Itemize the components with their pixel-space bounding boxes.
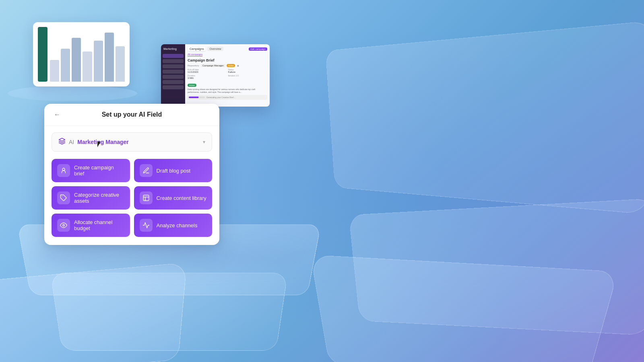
panel-title: Set up your AI Field: [102, 111, 162, 118]
sidebar-item: [163, 85, 184, 89]
categorize-assets-label: Categorize creative assets: [74, 192, 124, 204]
status-pill-yellow: Active: [227, 64, 235, 67]
analyze-channels-label: Analyze channels: [157, 222, 198, 228]
chart-bar: [72, 38, 81, 82]
date-status-row: Kick-off date 11/1/2023 Status Failure D…: [188, 68, 267, 79]
create-campaign-brief-label: Create campaign brief: [74, 165, 124, 177]
role-selector-left: AI Marketing Manager: [58, 138, 129, 146]
role-name: Marketing Manager: [77, 139, 129, 145]
svg-point-0: [62, 168, 65, 171]
chart-platform-shadow: [0, 86, 145, 101]
progress-bar: [189, 97, 205, 98]
ai-field-panel: ← Set up your AI Field AI Marketing Mana…: [44, 104, 219, 245]
allocate-budget-button[interactable]: Allocate channel budget: [52, 214, 130, 237]
sidebar-item: [163, 59, 184, 63]
content-title: Campaign Brief: [188, 58, 267, 62]
actions-grid: Create campaign brief Draft blog post: [52, 159, 212, 237]
marketing-screenshot: Marketing Campaigns Overview Add campaig…: [161, 44, 270, 107]
panel-body: AI Marketing Manager ▾ Create campaign b…: [44, 126, 219, 245]
create-content-library-label: Create content library: [157, 195, 206, 201]
app-main: Campaigns Overview Add campaign All camp…: [185, 44, 270, 107]
role-prefix: AI: [69, 139, 74, 145]
create-campaign-brief-button[interactable]: Create campaign brief: [52, 159, 130, 182]
chart-bar: [83, 51, 92, 82]
chart-widget: [33, 22, 130, 86]
library-icon: [140, 191, 153, 204]
chart-bar: [61, 49, 70, 82]
chart-icon: [140, 219, 153, 232]
draft-blog-post-label: Draft blog post: [157, 168, 191, 174]
svg-rect-2: [143, 195, 149, 201]
chart-bars: [50, 27, 125, 82]
sidebar-campaigns: [163, 54, 184, 58]
analyze-channels-button[interactable]: Analyze channels: [134, 214, 213, 237]
draft-blog-post-button[interactable]: Draft blog post: [134, 159, 213, 182]
tab-overview: Overview: [207, 47, 223, 51]
filter-tabs: All campaigns: [188, 53, 267, 56]
sidebar-item: [163, 70, 184, 74]
campaign-icon: [57, 164, 70, 177]
generating-row: Generating your Creative Brief...: [188, 95, 267, 100]
chart-bar: [116, 46, 125, 82]
stage-shadow: [32, 245, 306, 269]
chart-bar: [105, 33, 114, 82]
allocate-budget-label: Allocate channel budget: [74, 219, 124, 231]
edit-icon: [140, 164, 153, 177]
tab-campaigns: Campaigns: [188, 47, 206, 51]
panel-header: ← Set up your AI Field: [44, 104, 219, 126]
add-campaign-btn[interactable]: Add campaign: [249, 47, 267, 51]
right-platform-top: [325, 21, 644, 214]
eye-icon: [57, 219, 70, 232]
svg-point-5: [63, 224, 65, 226]
sidebar-item: [163, 75, 184, 79]
app-sidebar: Marketing: [161, 44, 185, 107]
sidebar-item: [163, 64, 184, 68]
back-button[interactable]: ←: [52, 109, 63, 120]
app-topbar: Campaigns Overview Add campaign: [188, 47, 267, 51]
chevron-down-icon: ▾: [203, 139, 205, 145]
deco-platform-3: [310, 255, 618, 362]
tag-icon: [57, 191, 70, 204]
brief-text: Data syncing shows are designed for seri…: [188, 88, 267, 94]
categorize-assets-button[interactable]: Categorize creative assets: [52, 186, 130, 210]
status-pill-green: Active: [188, 84, 196, 87]
sidebar-item: [163, 80, 184, 84]
chart-bar: [50, 60, 59, 82]
role-selector[interactable]: AI Marketing Manager ▾: [52, 132, 212, 152]
field-row-repository: Repository Campaign Manager Active ▣: [188, 64, 267, 67]
chart-sidebar: [38, 27, 47, 82]
role-icon: [58, 138, 66, 146]
chart-bar: [94, 41, 103, 82]
generating-text: Generating your Creative Brief...: [206, 96, 235, 99]
create-content-library-button[interactable]: Create content library: [134, 186, 213, 210]
